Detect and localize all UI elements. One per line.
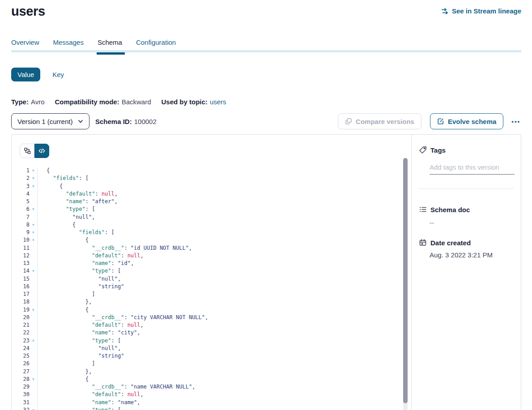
fold-toggle-icon[interactable]: ▼	[30, 221, 37, 229]
fold-spacer	[30, 360, 37, 367]
code-text: {	[37, 221, 411, 229]
tab-overview[interactable]: Overview	[11, 38, 39, 46]
code-text: ]	[37, 360, 411, 367]
code-line: 9▼ "fields": [	[20, 229, 411, 236]
schema-doc-title: Schema doc	[430, 206, 470, 214]
line-number: 22	[20, 329, 30, 337]
editor-view-toggle	[20, 144, 49, 158]
code-line: 18 },	[20, 298, 411, 306]
line-number: 31	[20, 399, 30, 406]
see-in-stream-lineage-link[interactable]: See in Stream lineage	[441, 7, 521, 15]
code-area: 1▼{2▼ "fields": [3▼ {4 "default": null,5…	[20, 167, 411, 410]
code-text: "type": [	[37, 337, 411, 345]
fold-spacer	[30, 399, 37, 406]
line-number: 17	[20, 290, 30, 298]
code-line: 7 "null",	[20, 214, 411, 221]
tags-section-header: Tags	[419, 146, 514, 154]
code-text: "type": [	[37, 406, 411, 410]
code-line: 26 ]	[20, 360, 411, 367]
line-number: 32	[20, 406, 30, 410]
fold-toggle-icon[interactable]: ▼	[30, 337, 37, 345]
more-options-button[interactable]: •••	[511, 116, 521, 127]
fold-toggle-icon[interactable]: ▼	[30, 183, 37, 190]
line-number: 20	[20, 314, 30, 321]
line-number: 27	[20, 368, 30, 376]
line-number: 14	[20, 267, 30, 275]
fold-spacer	[30, 321, 37, 329]
code-text: "__crdb__": "name VARCHAR NULL",	[37, 383, 411, 391]
code-text: "name": "after",	[37, 198, 411, 205]
add-tags-input[interactable]	[430, 163, 515, 175]
compare-versions-label: Compare versions	[356, 118, 414, 125]
line-number: 8	[20, 221, 30, 229]
compare-versions-button[interactable]: Compare versions	[338, 113, 421, 129]
code-text: "default": null,	[37, 252, 411, 260]
line-number: 4	[20, 190, 30, 198]
meta-item: Used by topic:users	[162, 98, 226, 106]
fold-toggle-icon[interactable]: ▼	[30, 267, 37, 275]
fold-toggle-icon[interactable]: ▼	[30, 175, 37, 182]
scrollbar-thumb[interactable]	[403, 158, 408, 403]
line-number: 29	[20, 383, 30, 391]
tree-view-button[interactable]	[20, 144, 34, 158]
fold-spacer	[30, 283, 37, 290]
tab-track	[11, 50, 521, 52]
tags-title: Tags	[430, 146, 446, 154]
date-created-section-header: Date created	[419, 239, 514, 247]
code-text: {	[37, 183, 411, 190]
code-line: 19▼ {	[20, 306, 411, 314]
key-toggle-button[interactable]: Key	[52, 71, 64, 78]
fold-spacer	[30, 214, 37, 221]
line-number: 19	[20, 306, 30, 314]
schema-page: users See in Stream lineage OverviewMess…	[0, 0, 532, 410]
fold-spacer	[30, 329, 37, 337]
code-view-button[interactable]	[34, 144, 49, 158]
meta-item: Compatibility mode:Backward	[55, 98, 151, 106]
doc-list-icon	[419, 205, 427, 214]
sidebar-divider	[419, 188, 514, 189]
code-text: "null",	[37, 345, 411, 352]
meta-label: Used by topic:	[162, 98, 208, 106]
code-text: "default": null,	[37, 391, 411, 398]
fold-toggle-icon[interactable]: ▼	[30, 167, 37, 175]
tab-schema[interactable]: Schema	[98, 38, 122, 46]
line-number: 5	[20, 198, 30, 205]
schema-meta-row: Type:AvroCompatibility mode:BackwardUsed…	[11, 98, 521, 106]
fold-toggle-icon[interactable]: ▼	[30, 376, 37, 383]
code-text: "__crdb__": "city VARCHAR NOT NULL",	[37, 314, 411, 321]
line-number: 7	[20, 214, 30, 221]
version-select[interactable]: Version 1 (current)	[11, 113, 89, 129]
fold-spacer	[30, 290, 37, 298]
fold-toggle-icon[interactable]: ▼	[30, 205, 37, 213]
page-title: users	[11, 4, 45, 19]
line-number: 24	[20, 345, 30, 352]
tab-configuration[interactable]: Configuration	[136, 38, 176, 46]
code-text: "name": "name",	[37, 399, 411, 406]
used-by-topic-link[interactable]: users	[210, 98, 226, 106]
code-line: 32▼ "type": [	[20, 406, 411, 410]
fold-toggle-icon[interactable]: ▼	[30, 236, 37, 244]
line-number: 2	[20, 175, 30, 182]
compare-versions-icon	[345, 118, 352, 125]
editor-scrollbar[interactable]	[403, 158, 408, 410]
calendar-plus-icon	[419, 239, 427, 247]
code-text: {	[37, 306, 411, 314]
tab-messages[interactable]: Messages	[53, 38, 84, 46]
code-text: {	[37, 236, 411, 244]
code-line: 24 "null",	[20, 345, 411, 352]
fold-spacer	[30, 368, 37, 376]
evolve-schema-button[interactable]: Evolve schema	[430, 113, 503, 129]
fold-toggle-icon[interactable]: ▼	[30, 306, 37, 314]
lineage-link-label: See in Stream lineage	[452, 7, 521, 15]
fold-toggle-icon[interactable]: ▼	[30, 229, 37, 236]
code-line: 21 "default": null,	[20, 321, 411, 329]
line-number: 18	[20, 298, 30, 306]
code-text: "type": [	[37, 205, 411, 213]
schema-code-editor: 1▼{2▼ "fields": [3▼ {4 "default": null,5…	[12, 135, 411, 410]
fold-spacer	[30, 352, 37, 360]
value-toggle-button[interactable]: Value	[11, 68, 40, 81]
line-number: 6	[20, 205, 30, 213]
code-text: ]	[37, 290, 411, 298]
fold-toggle-icon[interactable]: ▼	[30, 406, 37, 410]
line-number: 13	[20, 260, 30, 267]
